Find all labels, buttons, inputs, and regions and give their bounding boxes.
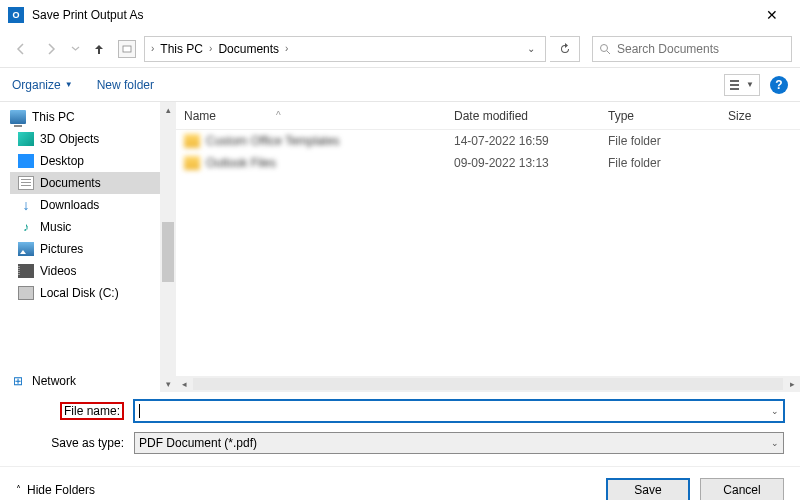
column-name[interactable]: Name ^ — [176, 109, 446, 123]
breadcrumb-root[interactable]: This PC — [160, 42, 203, 56]
downloads-icon: ↓ — [18, 198, 34, 212]
scroll-down-icon[interactable]: ▾ — [160, 376, 176, 392]
tree-item-3d-objects[interactable]: 3D Objects — [10, 128, 160, 150]
tree-item-local-disk[interactable]: Local Disk (C:) — [10, 282, 160, 304]
tree-item-network[interactable]: ⊞ Network — [10, 370, 160, 392]
svg-rect-7 — [730, 88, 739, 90]
svg-rect-5 — [730, 80, 739, 82]
new-folder-button[interactable]: New folder — [97, 78, 154, 92]
pc-icon — [10, 110, 26, 124]
column-date[interactable]: Date modified — [446, 109, 600, 123]
sort-indicator-icon: ^ — [276, 110, 281, 121]
chevron-down-icon: ▼ — [65, 80, 73, 89]
filename-input[interactable] — [140, 404, 779, 418]
outlook-icon: O — [8, 7, 24, 23]
file-row[interactable]: Outlook Files 09-09-2022 13:13 File fold… — [176, 152, 800, 174]
breadcrumb-dropdown[interactable]: ⌄ — [523, 43, 539, 54]
svg-point-3 — [601, 44, 608, 51]
search-box[interactable] — [592, 36, 792, 62]
folder-icon — [184, 156, 200, 170]
breadcrumb-folder[interactable]: Documents — [218, 42, 279, 56]
chevron-down-icon[interactable]: ⌄ — [771, 406, 779, 416]
column-headers[interactable]: Name ^ Date modified Type Size — [176, 102, 800, 130]
svg-line-4 — [607, 51, 610, 54]
scroll-track[interactable] — [193, 378, 783, 390]
chevron-right-icon: › — [209, 43, 212, 54]
location-icon[interactable] — [118, 40, 136, 58]
search-input[interactable] — [617, 42, 785, 56]
tree-scrollbar[interactable]: ▴ ▾ — [160, 102, 176, 392]
filename-label: File name: — [16, 404, 128, 418]
filename-combobox[interactable]: ⌄ — [134, 400, 784, 422]
tree-item-documents[interactable]: Documents — [10, 172, 160, 194]
chevron-up-icon: ˄ — [16, 484, 21, 495]
column-type[interactable]: Type — [600, 109, 720, 123]
view-options-button[interactable]: ▼ — [724, 74, 760, 96]
back-button[interactable] — [8, 36, 34, 62]
documents-icon — [18, 176, 34, 190]
network-icon: ⊞ — [10, 374, 26, 388]
hide-folders-toggle[interactable]: ˄ Hide Folders — [16, 483, 95, 497]
scroll-left-icon[interactable]: ◂ — [176, 379, 192, 389]
scroll-right-icon[interactable]: ▸ — [784, 379, 800, 389]
disk-icon — [18, 286, 34, 300]
search-icon — [599, 43, 611, 55]
svg-rect-2 — [123, 46, 131, 52]
tree-item-videos[interactable]: Videos — [10, 260, 160, 282]
svg-rect-6 — [730, 84, 739, 86]
file-row[interactable]: Custom Office Templates 14-07-2022 16:59… — [176, 130, 800, 152]
file-list[interactable]: Name ^ Date modified Type Size Custom Of… — [176, 102, 800, 392]
tree-item-pictures[interactable]: Pictures — [10, 238, 160, 260]
desktop-icon — [18, 154, 34, 168]
scroll-up-icon[interactable]: ▴ — [160, 102, 176, 118]
horizontal-scrollbar[interactable]: ◂ ▸ — [176, 376, 800, 392]
music-icon: ♪ — [18, 220, 34, 234]
scroll-thumb[interactable] — [162, 222, 174, 282]
tree-item-desktop[interactable]: Desktop — [10, 150, 160, 172]
chevron-right-icon: › — [285, 43, 288, 54]
navigation-tree[interactable]: This PC 3D Objects Desktop Documents ↓ D… — [0, 102, 160, 392]
breadcrumb[interactable]: › This PC › Documents › ⌄ — [144, 36, 546, 62]
3d-objects-icon — [18, 132, 34, 146]
up-button[interactable] — [86, 36, 112, 62]
saveastype-label: Save as type: — [16, 436, 128, 450]
help-button[interactable]: ? — [770, 76, 788, 94]
column-size[interactable]: Size — [720, 109, 780, 123]
videos-icon — [18, 264, 34, 278]
save-button[interactable]: Save — [606, 478, 690, 501]
cancel-button[interactable]: Cancel — [700, 478, 784, 501]
folder-icon — [184, 134, 200, 148]
close-button[interactable]: ✕ — [752, 0, 792, 30]
svg-text:O: O — [12, 10, 19, 20]
tree-item-music[interactable]: ♪ Music — [10, 216, 160, 238]
refresh-button[interactable] — [550, 36, 580, 62]
tree-item-downloads[interactable]: ↓ Downloads — [10, 194, 160, 216]
tree-item-this-pc[interactable]: This PC — [10, 106, 160, 128]
forward-button[interactable] — [38, 36, 64, 62]
saveastype-value: PDF Document (*.pdf) — [139, 436, 257, 450]
window-title: Save Print Output As — [32, 8, 752, 22]
chevron-down-icon[interactable]: ⌄ — [771, 438, 779, 448]
chevron-right-icon: › — [151, 43, 154, 54]
organize-menu[interactable]: Organize ▼ — [12, 78, 73, 92]
pictures-icon — [18, 242, 34, 256]
recent-dropdown[interactable] — [68, 36, 82, 62]
saveastype-combobox[interactable]: PDF Document (*.pdf) ⌄ — [134, 432, 784, 454]
